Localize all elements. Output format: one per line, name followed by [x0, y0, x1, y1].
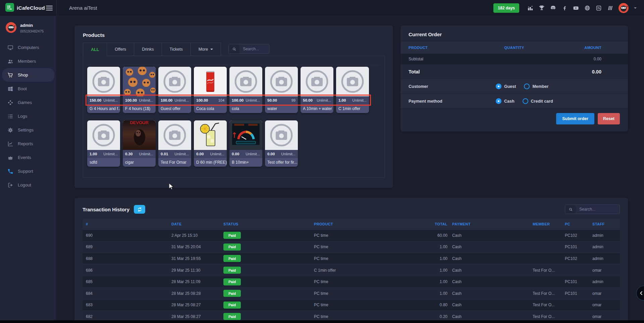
tab-label: More: [199, 47, 208, 52]
transactions-search-input[interactable]: [576, 207, 620, 212]
sidebar-user[interactable]: admin 005193482475: [0, 16, 56, 38]
icafecloud-icon[interactable]: [596, 5, 602, 11]
product-card[interactable]: 100.00 Unlimit... Guest offer: [158, 67, 191, 113]
product-card[interactable]: 100.00 Unlimit... F 4 hours (1$): [123, 67, 156, 113]
transaction-history-panel: Transaction History #DATESTATUSPRODUCTTO…: [74, 198, 628, 323]
refresh-button[interactable]: [134, 205, 145, 214]
product-quantity: Unlimit...: [352, 98, 367, 102]
sidebar-item-reports[interactable]: Reports: [0, 137, 56, 151]
youtube-icon[interactable]: [573, 5, 579, 11]
product-card[interactable]: 150.00 Unlimit... G 4 Hours and f...: [87, 67, 120, 113]
tx-col-member: MEMBER: [533, 222, 565, 226]
sidebar-item-games[interactable]: Games: [0, 96, 56, 109]
payment-label: Payment method: [409, 99, 496, 104]
sidebar-item-label: Logout: [18, 182, 31, 187]
product-name: sdfd: [87, 158, 120, 167]
product-image: [265, 67, 298, 96]
sidebar-item-logout[interactable]: Logout: [0, 178, 56, 192]
sidebar-item-logs[interactable]: Logs: [0, 109, 56, 123]
product-card[interactable]: 0.01 Unlimit... Test For Omar: [158, 120, 191, 167]
ranking-icon[interactable]: [527, 5, 533, 11]
product-card[interactable]: 50.00 99 water: [265, 67, 298, 113]
transaction-row: 68629 Mar 25 11:30 Paid C 1min offer1.00…: [83, 264, 620, 276]
trophy-icon[interactable]: [539, 5, 545, 11]
tab-tickets[interactable]: Tickets: [162, 43, 191, 56]
bottom-strip: [0, 320, 644, 323]
tab-drinks[interactable]: Drinks: [134, 43, 162, 56]
sidebar-item-shop[interactable]: Shop: [2, 68, 55, 82]
subtotal-label: Subtotal: [409, 57, 423, 61]
status-badge: Paid: [223, 278, 241, 285]
tab-more[interactable]: More: [191, 43, 221, 56]
product-card[interactable]: 0.00 Unlimit... B 10min+: [229, 120, 262, 167]
product-image: [194, 120, 227, 150]
sidebar-item-events[interactable]: Events: [0, 151, 56, 164]
product-card[interactable]: 100.00 Unlimit... cola: [229, 67, 262, 113]
customer-radio-guest[interactable]: Guest: [496, 84, 516, 89]
product-name: B 10min+: [229, 158, 262, 167]
products-title: Products: [83, 32, 385, 38]
sidebar-item-computers[interactable]: Computers: [0, 41, 56, 54]
payment-radio-cash[interactable]: Cash: [496, 98, 515, 104]
globe-icon[interactable]: [584, 5, 590, 11]
sidebar-item-label: Settings: [18, 127, 34, 132]
status-badge: Paid: [223, 267, 241, 274]
product-image: [123, 67, 156, 96]
sidebar-item-boot[interactable]: Boot: [0, 82, 56, 96]
brand[interactable]: iCafeCloud: [0, 3, 43, 13]
sidebar-item-settings[interactable]: Settings: [0, 123, 56, 137]
product-quantity: Unlimit...: [246, 98, 260, 102]
license-days-badge[interactable]: 182 days: [493, 3, 519, 13]
order-table-header: PRODUCT QUANTITY AMOUNT: [400, 42, 628, 54]
product-quantity: Unlimit...: [317, 98, 331, 102]
tab-label: ALL: [91, 47, 99, 52]
product-card[interactable]: 1.00 Unlimit... sdfd: [87, 120, 120, 167]
status-badge: Paid: [223, 255, 241, 262]
sidebar-item-members[interactable]: Members: [0, 54, 56, 68]
collapse-chevron-button[interactable]: [636, 286, 644, 301]
radio-dot: [496, 98, 501, 104]
products-search-input[interactable]: [239, 47, 269, 51]
product-card[interactable]: 0.00 Unlimit... Test offer for fir...: [265, 120, 298, 167]
product-card[interactable]: 100.00 104 Coca cola: [194, 67, 227, 113]
product-image: [158, 120, 191, 150]
search-icon: [229, 44, 239, 54]
radio-label: Member: [532, 84, 548, 89]
status-badge: Paid: [223, 232, 241, 239]
product-card[interactable]: 50.00 Unlimit... A 10min + water: [301, 67, 333, 113]
product-price: 0.01: [161, 152, 168, 156]
radio-label: Credit card: [531, 99, 553, 104]
product-card[interactable]: 0.00 Unlimit... D 60 min (FREE): [194, 120, 227, 167]
chevron-down-icon: [210, 49, 213, 51]
reset-button[interactable]: Reset: [598, 113, 620, 124]
facebook-icon[interactable]: [561, 5, 568, 11]
product-card[interactable]: 1.00 Unlimit... C 1min offer: [336, 67, 369, 113]
chevron-down-icon[interactable]: [634, 7, 637, 10]
total-value: 0.00: [592, 69, 620, 74]
product-quantity: Unlimit...: [174, 152, 189, 156]
hamburger-menu-icon[interactable]: [44, 2, 55, 14]
customer-row: Customer Guest Member: [400, 79, 628, 94]
icafecloud-logo-icon: [5, 3, 14, 13]
product-quantity: 99: [291, 98, 296, 102]
customer-radio-member[interactable]: Member: [524, 84, 548, 89]
products-panel: Products ALLOffersDrinksTicketsMore 150.…: [74, 25, 393, 188]
tx-col-staff: STAFF: [592, 222, 616, 226]
layers-icon[interactable]: [607, 5, 613, 11]
payment-radio-credit-card[interactable]: Credit card: [523, 98, 553, 104]
product-card[interactable]: DEVOUR 0.30 Unlimit... cigar: [123, 120, 156, 167]
product-name: G 4 Hours and f...: [87, 104, 120, 113]
list-icon: [7, 113, 13, 119]
payment-row: Payment method Cash Credit card: [400, 94, 628, 109]
sidebar: admin 005193482475 Computers Members Sho…: [0, 16, 56, 320]
tab-offers[interactable]: Offers: [107, 43, 134, 56]
discord-icon[interactable]: [550, 5, 556, 11]
user-avatar[interactable]: [619, 3, 629, 13]
sidebar-item-support[interactable]: Support: [0, 164, 56, 178]
page-title: Arena aiTest: [69, 5, 97, 11]
submit-order-button[interactable]: Submit order: [556, 113, 594, 124]
logout-icon: [7, 182, 13, 188]
topbar-social-icons: [527, 5, 613, 11]
divider: [87, 65, 380, 65]
tab-all[interactable]: ALL: [83, 43, 107, 56]
